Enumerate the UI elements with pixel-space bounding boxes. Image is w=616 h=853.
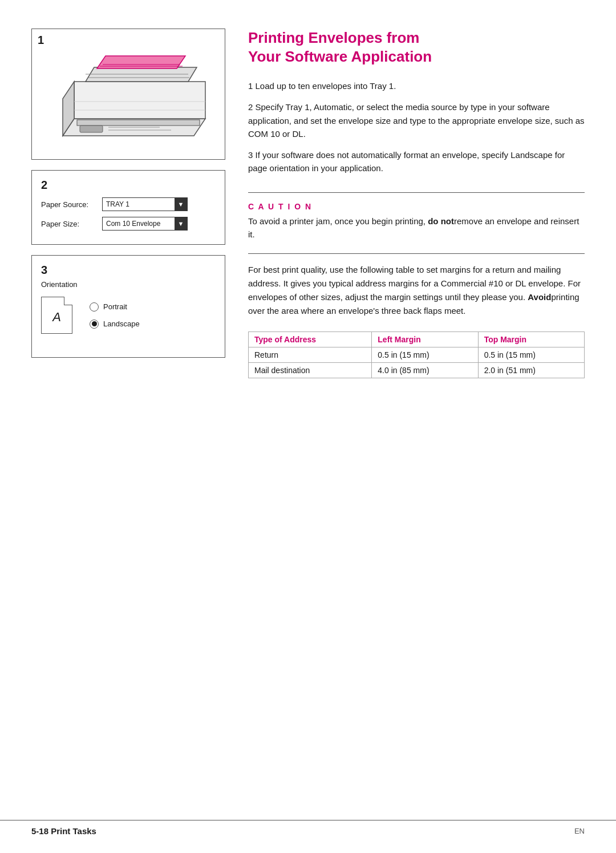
portrait-label: Portrait <box>103 302 127 311</box>
portrait-option[interactable]: Portrait <box>90 302 140 312</box>
table-row-2: Mail destination 4.0 in (85 mm) 2.0 in (… <box>249 363 585 378</box>
divider-top <box>248 192 585 193</box>
svg-rect-10 <box>80 126 103 132</box>
table-row-1: Return 0.5 in (15 mm) 0.5 in (15 mm) <box>249 347 585 363</box>
printer-diagram <box>32 29 225 159</box>
landscape-radio[interactable] <box>90 320 99 329</box>
margin-table: Type of Address Left Margin Top Margin R… <box>248 332 585 378</box>
body-text: For best print quality, use the followin… <box>248 263 585 318</box>
step-3: 3 If your software does not automaticall… <box>248 148 585 175</box>
orientation-label: Orientation <box>41 280 216 289</box>
caution-text-pre: To avoid a printer jam, once you begin p… <box>248 216 428 226</box>
paper-source-dropdown[interactable]: TRAY 1 ▼ <box>102 197 188 211</box>
col-header-top: Top Margin <box>478 332 584 347</box>
paper-source-value: TRAY 1 <box>103 200 175 208</box>
step-2-text: Specify Tray 1, Automatic, or select the… <box>248 102 585 139</box>
caution-label: C A U T I O N <box>248 202 585 211</box>
paper-size-arrow[interactable]: ▼ <box>175 217 187 230</box>
step-1: 1 Load up to ten envelopes into Tray 1. <box>248 79 585 92</box>
step-1-text: Load up to ten envelopes into Tray 1. <box>256 81 396 91</box>
paper-source-row: Paper Source: TRAY 1 ▼ <box>41 197 216 211</box>
left-column: 1 <box>31 29 225 799</box>
caution-bold: do not <box>428 216 454 226</box>
paper-size-row: Paper Size: Com 10 Envelope ▼ <box>41 217 216 231</box>
page-icon: A <box>41 297 72 334</box>
table-head: Type of Address Left Margin Top Margin <box>249 332 585 347</box>
right-column: Printing Envelopes fromYour Software App… <box>248 29 585 799</box>
caution-text: To avoid a printer jam, once you begin p… <box>248 215 585 241</box>
step-2: 2 Specify Tray 1, Automatic, or select t… <box>248 100 585 140</box>
footer-right: EN <box>574 827 585 835</box>
landscape-option[interactable]: Landscape <box>90 320 140 329</box>
paper-size-dropdown[interactable]: Com 10 Envelope ▼ <box>102 217 188 231</box>
row2-type: Mail destination <box>249 363 372 378</box>
row1-type: Return <box>249 347 372 363</box>
body-bold: Avoid <box>528 292 551 302</box>
table-header-row: Type of Address Left Margin Top Margin <box>249 332 585 347</box>
step-2-num: 2 <box>248 102 256 112</box>
step-1-num: 1 <box>248 81 256 91</box>
diagram-box-3: 3 Orientation A Portrait Landscape <box>31 255 225 358</box>
paper-source-label: Paper Source: <box>41 200 95 209</box>
page-icon-letter: A <box>52 310 61 325</box>
step-3-text: If your software does not automatically … <box>248 150 565 173</box>
box-number-1: 1 <box>38 34 44 47</box>
page-footer: 5-18 Print Tasks EN <box>0 820 616 836</box>
row2-left: 4.0 in (85 mm) <box>372 363 478 378</box>
svg-marker-4 <box>97 56 185 68</box>
box-number-3: 3 <box>41 264 216 277</box>
printer-illustration <box>46 39 211 150</box>
portrait-radio[interactable] <box>90 302 99 312</box>
radio-options: Portrait Landscape <box>90 302 140 329</box>
paper-size-value: Com 10 Envelope <box>103 220 175 228</box>
svg-marker-1 <box>74 82 205 119</box>
step-3-num: 3 <box>248 150 256 160</box>
paper-size-label: Paper Size: <box>41 220 95 228</box>
row2-top: 2.0 in (51 mm) <box>478 363 584 378</box>
diagram-box-1: 1 <box>31 29 225 160</box>
orientation-content: A Portrait Landscape <box>41 297 216 334</box>
diagram-box-2: 2 Paper Source: TRAY 1 ▼ Paper Size: Com… <box>31 170 225 245</box>
box-number-2: 2 <box>41 179 216 192</box>
row1-left: 0.5 in (15 mm) <box>372 347 478 363</box>
landscape-label: Landscape <box>103 320 140 328</box>
paper-source-arrow[interactable]: ▼ <box>175 198 187 211</box>
svg-rect-9 <box>77 120 200 126</box>
col-header-type: Type of Address <box>249 332 372 347</box>
page-title: Printing Envelopes fromYour Software App… <box>248 29 585 66</box>
col-header-left: Left Margin <box>372 332 478 347</box>
footer-left: 5-18 Print Tasks <box>31 826 96 836</box>
row1-top: 0.5 in (15 mm) <box>478 347 584 363</box>
divider-bottom <box>248 253 585 254</box>
table-body: Return 0.5 in (15 mm) 0.5 in (15 mm) Mai… <box>249 347 585 378</box>
